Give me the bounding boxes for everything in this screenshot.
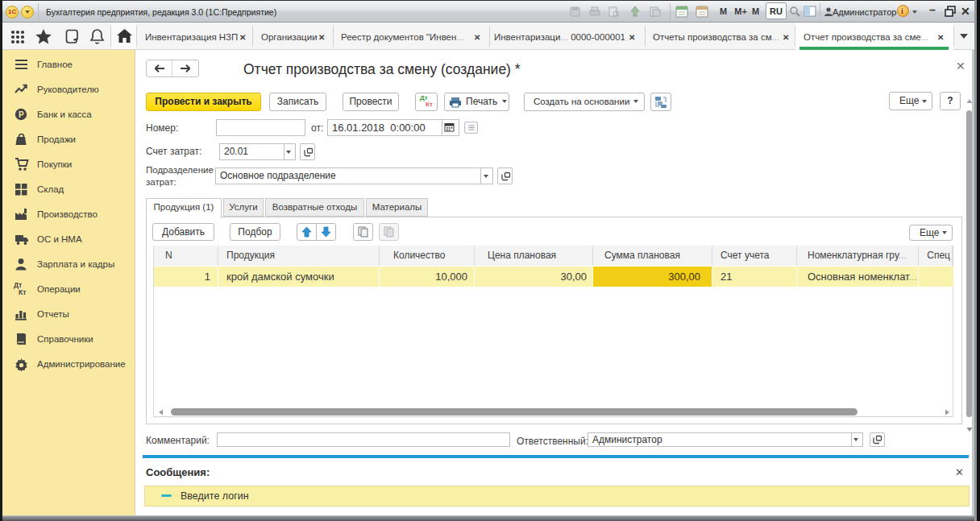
svg-text:P: P bbox=[19, 110, 24, 119]
